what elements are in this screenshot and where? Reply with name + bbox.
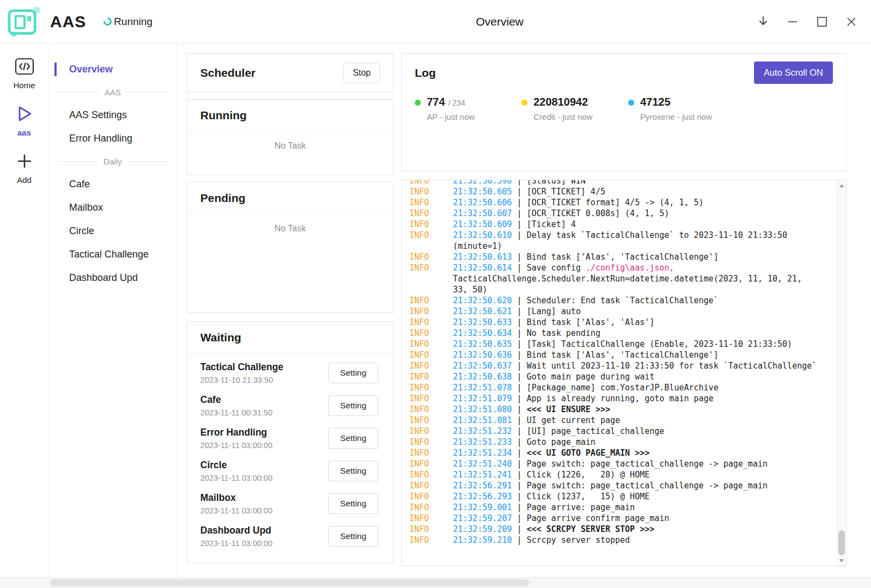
log-timestamp: 21:32:50.609 (453, 219, 512, 229)
auto-scroll-button[interactable]: Auto Scroll ON (754, 62, 833, 84)
nav-item-dashboard-upd[interactable]: Dashboard Upd (49, 266, 176, 290)
stop-button[interactable]: Stop (344, 63, 380, 83)
log-level: INFO (409, 404, 453, 415)
minimize-button[interactable] (785, 14, 800, 29)
log-message: 21:32:50.614 | Save config ./config\aas.… (453, 262, 831, 295)
close-button[interactable] (844, 14, 859, 29)
log-level: INFO (409, 219, 453, 230)
nav-item-circle[interactable]: Circle (49, 219, 176, 243)
log-level: INFO (409, 524, 453, 535)
scheduler-column: Scheduler Stop Running No Task Pending N… (187, 53, 394, 577)
log-message: 21:32:50.598 | [Status] WIN (453, 180, 831, 186)
log-message: 21:32:51.233 | Goto page_main (453, 437, 831, 448)
log-timestamp: 21:32:51.241 (453, 470, 512, 480)
rail-item-home[interactable]: Home (0, 52, 48, 95)
scrollbar-thumb[interactable] (838, 530, 845, 555)
log-message: 21:32:59.001 | Page arrive: page_main (453, 502, 831, 513)
waiting-task-row: Tactical Challenge2023-11-10 21:33:50Set… (200, 357, 378, 389)
maximize-button[interactable] (814, 14, 830, 29)
nav-item-mailbox[interactable]: Mailbox (49, 196, 176, 219)
horizontal-scrollbar-thumb[interactable] (50, 579, 529, 586)
log-line: INFO21:32:51.080 | <<< UI ENSURE >>> (409, 404, 831, 415)
log-line: INFO21:32:50.605 | [OCR_TICKET] 4/5 (409, 186, 831, 197)
task-setting-button[interactable]: Setting (328, 526, 378, 547)
task-setting-button[interactable]: Setting (328, 428, 378, 449)
scroll-down-arrow-icon[interactable] (837, 556, 846, 565)
log-message: 21:32:51.078 | [Package_name] com.Yostar… (453, 382, 831, 393)
stat-body: 220810942Credit - just now (533, 96, 592, 121)
nav-item-label: Cafe (69, 179, 90, 189)
stat-dot-icon (522, 100, 527, 106)
nav-item-cafe[interactable]: Cafe (49, 173, 176, 196)
log-line: INFO21:32:50.634 | No task pending (409, 328, 831, 339)
log-message: 21:32:50.621 | [Lang] auto (453, 306, 831, 317)
nav-item-tactical-challenge[interactable]: Tactical Challenge (49, 243, 176, 266)
task-setting-button[interactable]: Setting (328, 461, 378, 481)
log-stat: 220810942Credit - just now (522, 96, 628, 121)
icon-rail: Home aas Add (0, 44, 49, 577)
nav-item-label: Overview (69, 64, 113, 75)
log-title: Log (415, 66, 436, 79)
log-timestamp: 21:32:56.291 (453, 481, 512, 491)
stat-body: 774/ 234AP - just now (427, 96, 475, 121)
main-area: Home aas Add OverviewAASAAS SettingsErro… (0, 44, 871, 577)
task-setting-button[interactable]: Setting (328, 493, 378, 514)
log-timestamp: 21:32:50.614 (453, 263, 512, 273)
log-line: INFO21:32:51.233 | Goto page_main (409, 437, 831, 448)
horizontal-scrollbar[interactable] (0, 577, 871, 588)
log-stats: 774/ 234AP - just now220810942Credit - j… (402, 88, 846, 129)
log-timestamp: 21:32:51.240 (453, 459, 512, 469)
app-title: AAS (50, 13, 86, 31)
pending-card: Pending No Task (187, 182, 394, 313)
code-window-icon (15, 58, 34, 77)
rail-item-add[interactable]: Add (0, 147, 48, 190)
window-controls (756, 14, 859, 29)
nav-item-aas-settings[interactable]: AAS Settings (49, 103, 176, 127)
log-timestamp: 21:32:51.078 (453, 383, 512, 393)
log-timestamp: 21:32:50.637 (453, 361, 512, 371)
update-download-button[interactable] (756, 14, 771, 29)
log-line: INFO21:32:56.293 | Click (1237, 15) @ HO… (409, 491, 831, 502)
log-level: INFO (409, 458, 453, 469)
log-message: 21:32:50.635 | [Task] TacticalChallenge … (453, 339, 831, 350)
log-line: INFO21:32:50.614 | Save config ./config\… (409, 262, 831, 295)
log-line: INFO21:32:51.079 | App is already runnin… (409, 393, 831, 404)
nav-section-divider: AAS (49, 81, 176, 103)
task-name: Error Handling (200, 427, 273, 438)
log-timestamp: 21:32:50.621 (453, 307, 512, 316)
nav-item-error-handling[interactable]: Error Handling (49, 127, 176, 150)
rail-item-label: Add (17, 175, 32, 185)
scheduler-card: Scheduler Stop (187, 53, 394, 93)
nav-item-overview[interactable]: Overview (49, 58, 176, 81)
log-timestamp: 21:32:51.234 (453, 448, 512, 458)
stat-dot-icon (628, 100, 634, 106)
pending-title: Pending (200, 192, 246, 205)
task-name: Tactical Challenge (200, 362, 283, 373)
log-timestamp: 21:32:50.634 (453, 328, 512, 338)
log-line: INFO21:32:59.001 | Page arrive: page_mai… (409, 502, 831, 513)
log-level: INFO (409, 339, 453, 350)
log-message: 21:32:50.610 | Delay task `TacticalChall… (453, 230, 831, 252)
log-stat: 47125Pyroxene - just now (628, 96, 735, 121)
log-line: INFO21:32:50.636 | Bind task ['Alas', 'T… (409, 350, 831, 360)
stat-value: 774 (427, 96, 445, 108)
log-level: INFO (409, 230, 453, 252)
log-level: INFO (409, 262, 453, 295)
rail-item-aas[interactable]: aas (0, 100, 48, 143)
scroll-up-arrow-icon[interactable] (837, 181, 846, 190)
task-info: Error Handling2023-11-11 03:00:00 (200, 427, 273, 450)
log-level: INFO (409, 448, 453, 458)
task-setting-button[interactable]: Setting (328, 395, 378, 416)
log-message: 21:32:50.634 | No task pending (453, 328, 831, 339)
brand: AAS Running (7, 5, 152, 39)
log-timestamp: 21:32:59.001 (453, 503, 512, 512)
log-timestamp: 21:32:50.638 (453, 372, 512, 382)
run-status-label: Running (114, 16, 152, 28)
nav-section-label: AAS (105, 88, 121, 97)
task-setting-button[interactable]: Setting (328, 363, 378, 383)
stat-dot-icon (415, 100, 421, 106)
log-scrollbar[interactable] (837, 180, 846, 566)
log-message: 21:32:50.636 | Bind task ['Alas', 'Tacti… (453, 350, 831, 360)
nav-item-label: Mailbox (69, 202, 103, 213)
task-next-run-time: 2023-11-11 03:00:00 (200, 506, 273, 515)
